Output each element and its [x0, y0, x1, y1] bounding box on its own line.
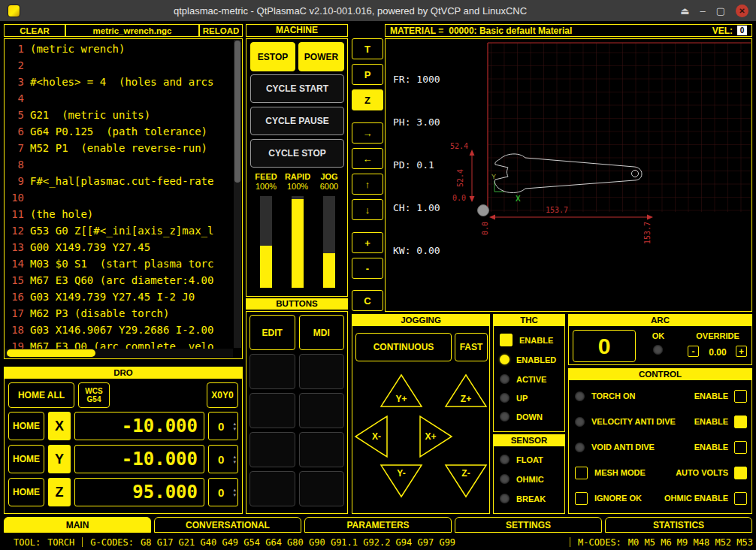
float-label: FLOAT: [516, 455, 543, 464]
spin-down-icon[interactable]: ▾: [233, 426, 236, 431]
cycle-start-button[interactable]: CYCLE START: [250, 74, 344, 103]
tab-conversational[interactable]: CONVERSATIONAL: [154, 517, 301, 533]
user-button[interactable]: [299, 471, 345, 506]
gcode-horizontal-scrollbar[interactable]: [5, 349, 233, 358]
maximize-icon[interactable]: ▢: [716, 5, 725, 17]
pan-right-button[interactable]: →: [352, 122, 383, 144]
gcode-vertical-scrollbar[interactable]: [234, 40, 241, 348]
wcs-button[interactable]: WCS G54: [78, 382, 110, 408]
zoom-out-button[interactable]: -: [352, 258, 383, 279]
spin-down-icon[interactable]: ▾: [233, 459, 236, 464]
arc-override-plus-button[interactable]: +: [736, 346, 747, 357]
ohmic-enable-checkbox[interactable]: [734, 492, 747, 505]
zoom-in-button[interactable]: +: [352, 232, 383, 253]
thc-up-led: [500, 393, 510, 403]
view-z-button[interactable]: Z: [352, 89, 383, 110]
jog-fast-button[interactable]: FAST: [455, 333, 488, 361]
jog-x-minus-button[interactable]: X-: [354, 415, 389, 458]
reload-button[interactable]: RELOAD: [199, 24, 243, 37]
spin-down-icon[interactable]: ▾: [233, 492, 236, 497]
buttons-header: BUTTONS: [246, 298, 348, 310]
mesh-mode-checkbox[interactable]: [575, 467, 588, 479]
gcode-line-text: G03 X146.9067 Y29.2686 I-2.00: [30, 324, 213, 336]
view-perspective-button[interactable]: P: [352, 64, 383, 85]
ignore-ok-checkbox[interactable]: [575, 492, 588, 505]
user-button[interactable]: [249, 393, 295, 428]
minimize-icon[interactable]: –: [700, 5, 705, 17]
user-button[interactable]: [249, 354, 295, 389]
clear-view-button[interactable]: C: [352, 290, 383, 311]
pierce-height-stat: PH: 3.00: [393, 115, 440, 129]
spin-up-icon[interactable]: ▴: [233, 454, 236, 459]
user-button[interactable]: [249, 471, 295, 506]
cycle-stop-button[interactable]: CYCLE STOP: [250, 139, 344, 168]
view-top-button[interactable]: T: [352, 38, 383, 59]
user-button[interactable]: [299, 393, 345, 428]
home-all-button[interactable]: HOME ALL: [8, 382, 74, 408]
tab-main[interactable]: MAIN: [4, 517, 151, 533]
feed-override-value: 100%: [251, 182, 281, 191]
gcode-listing[interactable]: 1(metric wrench) 2 3#<holes> = 4 (holes …: [6, 41, 233, 349]
home-x-button[interactable]: HOME: [8, 412, 44, 440]
tab-parameters[interactable]: PARAMETERS: [304, 517, 452, 533]
rollup-icon[interactable]: ⏏: [680, 5, 689, 17]
gcode-viewer[interactable]: 1(metric wrench) 2 3#<holes> = 4 (holes …: [4, 38, 243, 359]
zero-xy-button[interactable]: X0Y0: [207, 382, 238, 408]
auto-volts-checkbox[interactable]: [734, 467, 747, 479]
user-button[interactable]: [249, 432, 295, 467]
gcode-line: 16G03 X149.739 Y27.45 I-2 J0: [6, 289, 233, 305]
pan-left-button[interactable]: ←: [352, 148, 383, 169]
torch-enable-checkbox[interactable]: [734, 390, 747, 403]
home-z-button[interactable]: HOME: [8, 478, 44, 506]
preview-grid: [488, 43, 751, 212]
jog-override-slider[interactable]: [323, 196, 335, 288]
user-button[interactable]: EDIT: [249, 315, 295, 350]
mesh-mode-row: MESH MODE AUTO VOLTS: [575, 464, 747, 482]
estop-button[interactable]: ESTOP: [250, 42, 295, 71]
void-anti-dive-row: VOID ANTI DIVE ENABLE: [575, 438, 747, 456]
jog-y-plus-button[interactable]: Y+: [380, 373, 423, 408]
dim-zero-x-label: 0.0: [481, 222, 489, 235]
ohmic-led: [500, 474, 510, 484]
jog-x-plus-button[interactable]: X+: [419, 415, 453, 458]
user-button[interactable]: MDI: [299, 315, 345, 350]
pan-up-button[interactable]: ↑: [352, 174, 383, 195]
feed-override-slider[interactable]: [260, 196, 272, 288]
user-button[interactable]: [299, 354, 345, 389]
home-y-button[interactable]: HOME: [8, 445, 44, 473]
close-icon[interactable]: ✕: [736, 5, 748, 17]
status-bar: TOOL: TORCH G-CODES: G8 G17 G21 G40 G49 …: [0, 534, 756, 550]
jog-z-plus-button[interactable]: Z+: [444, 373, 488, 408]
joint-select-y[interactable]: 0 ▴▾: [208, 445, 238, 473]
cycle-pause-button[interactable]: CYCLE PAUSE: [250, 107, 344, 135]
feed-rate-stat: FR: 1000: [393, 72, 440, 86]
gcode-horizontal-scroll-thumb[interactable]: [7, 349, 95, 357]
dim-height-label: 52.4: [450, 142, 468, 150]
spin-up-icon[interactable]: ▴: [233, 487, 236, 492]
thc-enable-checkbox[interactable]: [500, 334, 513, 346]
jog-z-minus-button[interactable]: Z-: [444, 464, 488, 498]
power-button[interactable]: POWER: [298, 42, 344, 71]
feed-override-label: FEED: [251, 172, 281, 181]
arc-override-minus-button[interactable]: -: [688, 346, 699, 357]
tab-statistics[interactable]: STATISTICS: [605, 517, 752, 533]
user-button[interactable]: [299, 432, 345, 467]
material-value[interactable]: 00000: Basic default Material: [449, 26, 572, 36]
pan-down-button[interactable]: ↓: [352, 199, 383, 220]
joint-select-z[interactable]: 0 ▴▾: [208, 478, 238, 506]
velocity-anti-dive-enable-checkbox[interactable]: [734, 416, 747, 428]
void-anti-dive-enable-checkbox[interactable]: [734, 441, 747, 454]
preview-canvas[interactable]: Y X 52.4 52.4 0.0 0.0 153.7 153.7: [386, 39, 751, 311]
jog-y-minus-button[interactable]: Y-: [380, 464, 423, 498]
rapid-override-slider[interactable]: [292, 196, 304, 288]
cut-height-stat: CH: 1.00: [393, 201, 440, 215]
tab-settings[interactable]: SETTINGS: [455, 517, 602, 533]
gcode-vertical-scroll-thumb[interactable]: [234, 41, 240, 183]
clear-button[interactable]: CLEAR: [4, 24, 65, 37]
break-label: BREAK: [516, 494, 546, 503]
spin-up-icon[interactable]: ▴: [233, 421, 236, 426]
joint-select-x[interactable]: 0 ▴▾: [208, 412, 238, 440]
gcode-preview[interactable]: Y X 52.4 52.4 0.0 0.0 153.7 153.7 FR: 10…: [385, 38, 752, 312]
jog-continuous-button[interactable]: CONTINUOUS: [355, 333, 452, 361]
void-anti-dive-label: VOID ANTI DIVE: [591, 443, 655, 452]
